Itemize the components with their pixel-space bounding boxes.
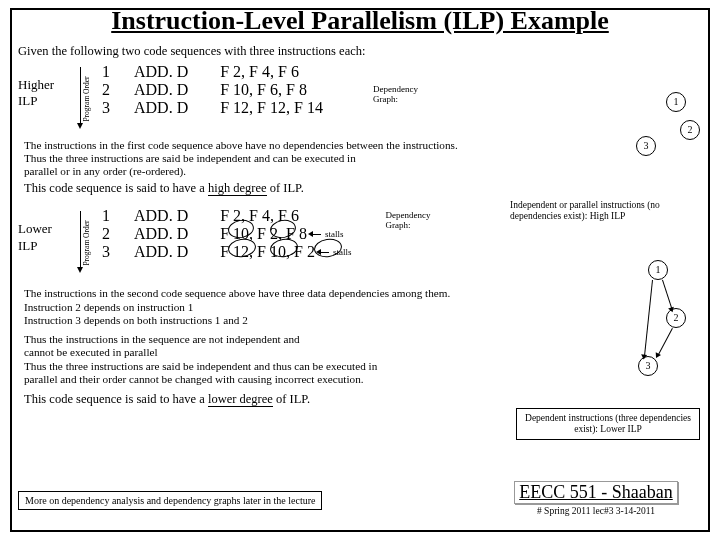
higher-ilp-label: Higher ILP bbox=[18, 63, 62, 110]
high-ilp-sentence: This code sequence is said to have a hig… bbox=[24, 179, 704, 196]
course-footer: EECC 551 - Shaaban # Spring 2011 lec#3 3… bbox=[484, 481, 708, 516]
table-row: 1ADD. DF 2, F 4, F 6 bbox=[96, 63, 333, 81]
arrow-down-icon bbox=[80, 211, 81, 269]
graph-node: 1 bbox=[648, 260, 668, 280]
body-line: parallel or in any order (re-ordered). bbox=[24, 165, 704, 178]
dep-graph-label: Dependency Graph: bbox=[385, 207, 431, 231]
paragraph-lower-b: Thus the instructions in the sequence ar… bbox=[0, 327, 720, 407]
lower-ilp-sentence: This code sequence is said to have a low… bbox=[24, 386, 704, 407]
program-order-text: Program Order bbox=[82, 221, 91, 266]
body-line: cannot be executed in parallel bbox=[24, 346, 704, 359]
program-order-axis: Program Order bbox=[72, 207, 86, 279]
label-line: Graph: bbox=[373, 95, 419, 105]
body-line: Thus the three instructions are said be … bbox=[24, 152, 704, 165]
body-line: Instruction 3 depends on both instructio… bbox=[24, 314, 704, 327]
label-line: Graph: bbox=[385, 221, 431, 231]
program-order-text: Program Order bbox=[82, 76, 91, 121]
body-line: Thus the instructions in the sequence ar… bbox=[24, 333, 704, 346]
dep-graph-label: Dependency Graph: bbox=[373, 63, 419, 105]
label-line: ILP bbox=[18, 238, 62, 254]
label-line: Higher bbox=[18, 77, 62, 93]
arrow-down-icon bbox=[80, 67, 81, 125]
instruction-table: 1ADD. DF 2, F 4, F 6 2ADD. DF 10, F 6, F… bbox=[96, 63, 333, 117]
paragraph-higher: The instructions in the first code seque… bbox=[0, 135, 720, 195]
body-line: The instructions in the second code sequ… bbox=[24, 287, 704, 300]
footer-note: More on dependency analysis and dependen… bbox=[18, 491, 322, 510]
course-title: EECC 551 - Shaaban bbox=[514, 481, 677, 504]
body-line: Thus the three instructions are said be … bbox=[24, 360, 704, 373]
body-line: parallel and their order cannot be chang… bbox=[24, 373, 704, 386]
table-row: 2ADD. DF 10, F 6, F 8 bbox=[96, 81, 333, 99]
sequence-higher-ilp: Higher ILP Program Order 1ADD. DF 2, F 4… bbox=[0, 59, 720, 135]
table-row: 1ADD. DF 2, F 4, F 6 bbox=[96, 207, 361, 225]
side-caption-lower-ilp: Dependent instructions (three dependenci… bbox=[516, 408, 700, 440]
lower-ilp-label: Lower ILP bbox=[18, 207, 62, 254]
graph-node: 1 bbox=[666, 92, 686, 112]
body-line: The instructions in the first code seque… bbox=[24, 139, 704, 152]
body-line: Instruction 2 depends on instruction 1 bbox=[24, 301, 704, 314]
label-line: Lower bbox=[18, 221, 62, 237]
program-order-axis: Program Order bbox=[72, 63, 86, 135]
label-line: ILP bbox=[18, 93, 62, 109]
course-subtitle: # Spring 2011 lec#3 3-14-2011 bbox=[484, 504, 708, 516]
table-row: 3ADD. DF 12, F 12, F 14 bbox=[96, 99, 333, 117]
paragraph-lower-a: The instructions in the second code sequ… bbox=[0, 279, 720, 327]
